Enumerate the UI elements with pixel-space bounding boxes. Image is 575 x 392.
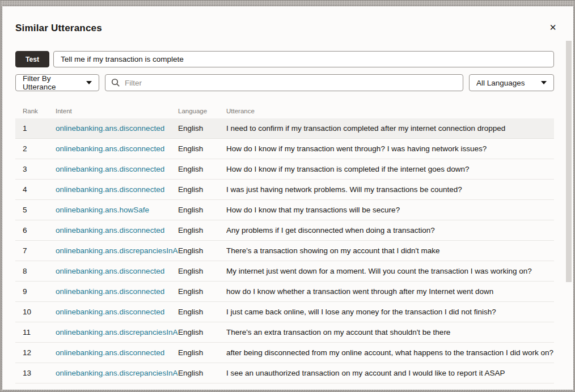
rank-cell: 8 [15,267,56,275]
table-row[interactable]: 7onlinebanking.ans.discrepanciesInAccEng… [15,241,554,261]
column-header-language: Language [178,108,226,114]
language-cell: English [178,226,226,235]
column-header-rank: Rank [15,108,56,114]
table-header: Rank Intent Language Utterance [15,104,554,118]
intent-cell: onlinebanking.ans.howSafe [56,206,178,214]
rank-cell: 6 [15,226,56,235]
rank-cell: 11 [15,328,56,336]
filter-by-dropdown[interactable]: Filter By Utterance [15,74,99,91]
table-body: 1onlinebanking.ans.disconnectedEnglishI … [15,118,554,384]
filter-input[interactable] [125,79,457,87]
utterance-cell: How do I know that my transactions will … [226,206,554,214]
similar-utterances-table: Rank Intent Language Utterance 1onlineba… [15,104,554,384]
rank-cell: 1 [15,124,56,133]
rank-cell: 9 [15,287,56,296]
screen-background: Similar Utterances × Test Filter By Utte… [0,0,575,392]
intent-cell: onlinebanking.ans.disconnected [56,287,178,296]
test-utterance-input[interactable] [53,51,554,67]
language-cell: English [178,165,226,173]
intent-cell: onlinebanking.ans.disconnected [56,144,178,153]
intent-cell: onlinebanking.ans.disconnected [56,267,178,275]
intent-link[interactable]: onlinebanking.ans.disconnected [56,124,164,133]
intent-link[interactable]: onlinebanking.ans.howSafe [56,206,149,214]
rank-cell: 4 [15,185,56,194]
language-cell: English [178,348,226,357]
language-cell: English [178,267,226,275]
table-row[interactable]: 1onlinebanking.ans.disconnectedEnglishI … [15,118,554,139]
table-row[interactable]: 4onlinebanking.ans.disconnectedEnglishI … [15,180,554,200]
utterance-cell: after being disconnected from my online … [226,348,554,357]
intent-link[interactable]: onlinebanking.ans.discrepanciesInAcc [56,328,178,336]
intent-link[interactable]: onlinebanking.ans.disconnected [56,287,164,296]
intent-link[interactable]: onlinebanking.ans.discrepanciesInAcc [56,369,178,377]
column-header-intent: Intent [56,108,178,114]
intent-cell: onlinebanking.ans.disconnected [56,308,178,316]
language-cell: English [178,246,226,255]
intent-cell: onlinebanking.ans.discrepanciesInAcc [56,246,178,255]
intent-cell: onlinebanking.ans.disconnected [56,165,178,173]
intent-cell: onlinebanking.ans.disconnected [56,348,178,357]
utterance-cell: How do I know if my transaction is compl… [226,165,554,173]
table-row[interactable]: 2onlinebanking.ans.disconnectedEnglishHo… [15,139,554,159]
test-utterance-bar: Test [15,51,554,67]
language-cell: English [178,308,226,316]
intent-cell: onlinebanking.ans.disconnected [56,185,178,194]
utterance-cell: I was just having network problems. Will… [226,185,554,194]
language-cell: English [178,328,226,336]
chevron-down-icon [541,81,547,84]
table-row[interactable]: 13onlinebanking.ans.discrepanciesInAccEn… [15,363,554,384]
intent-link[interactable]: onlinebanking.ans.disconnected [56,308,164,316]
table-row[interactable]: 12onlinebanking.ans.disconnectedEnglisha… [15,343,554,363]
intent-link[interactable]: onlinebanking.ans.disconnected [56,226,164,235]
utterance-cell: I just came back online, will I lose any… [226,308,554,316]
search-icon [111,78,120,87]
language-cell: English [178,124,226,133]
intent-link[interactable]: onlinebanking.ans.disconnected [56,348,164,357]
intent-cell: onlinebanking.ans.discrepanciesInAcc [56,369,178,377]
language-cell: English [178,185,226,194]
language-dropdown-value: All Languages [476,79,525,87]
similar-utterances-dialog: Similar Utterances × Test Filter By Utte… [2,6,573,390]
table-row[interactable]: 10onlinebanking.ans.disconnectedEnglishI… [15,302,554,322]
utterance-cell: There's an extra transaction on my accou… [226,328,554,336]
filter-by-dropdown-value: Filter By Utterance [23,74,82,91]
page-title: Similar Utterances [15,23,102,34]
utterance-cell: I need to confirm if my transaction comp… [226,124,554,133]
rank-cell: 10 [15,308,56,316]
intent-link[interactable]: onlinebanking.ans.disconnected [56,144,164,153]
language-cell: English [178,287,226,296]
language-dropdown[interactable]: All Languages [469,74,554,91]
intent-cell: onlinebanking.ans.discrepanciesInAcc [56,328,178,336]
table-row[interactable]: 5onlinebanking.ans.howSafeEnglishHow do … [15,200,554,220]
utterance-cell: How do I know if my transaction went thr… [226,144,554,153]
column-header-utterance: Utterance [226,108,554,114]
utterance-cell: I see an unauthorized transaction on my … [226,369,554,377]
vertical-scrollbar-thumb[interactable] [566,41,572,282]
language-cell: English [178,369,226,377]
intent-link[interactable]: onlinebanking.ans.disconnected [56,165,164,173]
rank-cell: 5 [15,206,56,214]
rank-cell: 13 [15,369,56,377]
table-row[interactable]: 9onlinebanking.ans.disconnectedEnglishho… [15,282,554,302]
table-row[interactable]: 8onlinebanking.ans.disconnectedEnglishMy… [15,261,554,282]
rank-cell: 7 [15,246,56,255]
utterance-cell: Any problems if I get disconnected when … [226,226,554,235]
table-row[interactable]: 11onlinebanking.ans.discrepanciesInAccEn… [15,322,554,343]
close-icon[interactable]: × [546,20,560,35]
rank-cell: 12 [15,348,56,357]
intent-link[interactable]: onlinebanking.ans.discrepanciesInAcc [56,246,178,255]
language-cell: English [178,206,226,214]
utterance-cell: how do I know whether a transaction went… [226,287,554,296]
utterance-cell: My internet just went down for a moment.… [226,267,554,275]
table-row[interactable]: 6onlinebanking.ans.disconnectedEnglishAn… [15,220,554,241]
filter-search-box[interactable] [105,74,463,91]
intent-cell: onlinebanking.ans.disconnected [56,124,178,133]
language-cell: English [178,144,226,153]
filter-bar: Filter By Utterance All Languages [15,74,554,91]
table-row[interactable]: 3onlinebanking.ans.disconnectedEnglishHo… [15,159,554,180]
vertical-scrollbar-track[interactable] [565,41,572,389]
intent-link[interactable]: onlinebanking.ans.disconnected [56,185,164,194]
utterance-cell: There's a transaction showing on my acco… [226,246,554,255]
test-button[interactable]: Test [15,51,49,67]
intent-link[interactable]: onlinebanking.ans.disconnected [56,267,164,275]
